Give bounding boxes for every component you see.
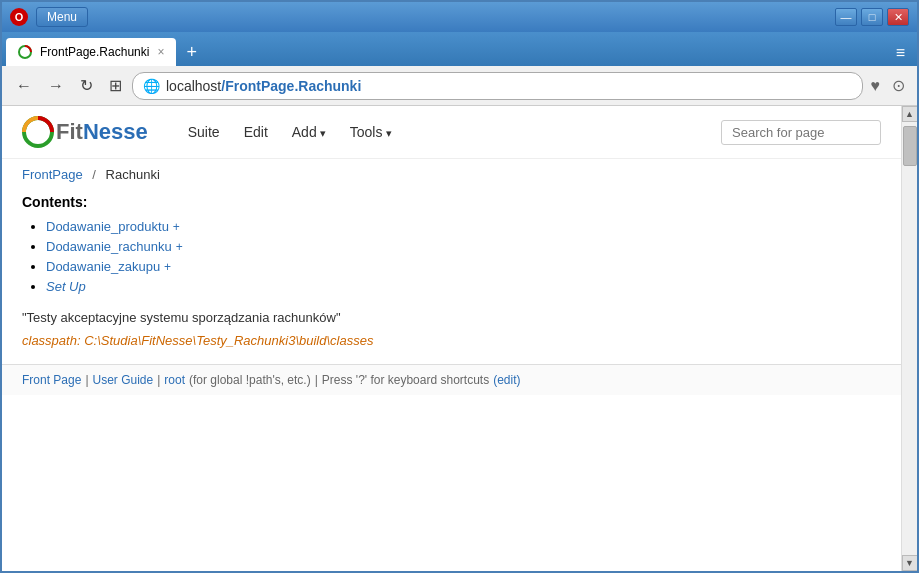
maximize-button[interactable]: □ bbox=[861, 8, 883, 26]
list-item: Dodawanie_produktu + bbox=[46, 218, 881, 234]
reload-button[interactable]: ↻ bbox=[74, 72, 99, 99]
search-input[interactable] bbox=[721, 120, 881, 145]
title-bar: O Menu — □ ✕ bbox=[2, 2, 917, 32]
breadcrumb-current: Rachunki bbox=[106, 167, 160, 182]
fitnesse-logo-icon bbox=[22, 116, 54, 148]
window-controls: — □ ✕ bbox=[835, 8, 909, 26]
tab-title: FrontPage.Rachunki bbox=[40, 45, 149, 59]
page-content: FitNesse Suite Edit Add Tools FrontPage … bbox=[2, 106, 917, 571]
footer-userguide[interactable]: User Guide bbox=[93, 373, 154, 387]
tools-menu-item[interactable]: Tools bbox=[340, 120, 402, 144]
classpath-label: classpath: bbox=[22, 333, 81, 348]
footer-edit-link[interactable]: (edit) bbox=[493, 373, 520, 387]
nav-bar: ← → ↻ ⊞ 🌐 localhost/FrontPage.Rachunki ♥… bbox=[2, 66, 917, 106]
minimize-button[interactable]: — bbox=[835, 8, 857, 26]
tab-close-icon[interactable]: × bbox=[157, 45, 164, 59]
footer-root-desc: (for global !path's, etc.) bbox=[189, 373, 311, 387]
tab-menu-icon[interactable]: ≡ bbox=[888, 40, 913, 66]
contents-heading: Contents: bbox=[22, 194, 881, 210]
breadcrumb-separator: / bbox=[92, 167, 96, 182]
logo-text: FitNesse bbox=[56, 119, 148, 145]
back-button[interactable]: ← bbox=[10, 73, 38, 99]
bookmark-button[interactable]: ♥ bbox=[867, 73, 885, 99]
close-button[interactable]: ✕ bbox=[887, 8, 909, 26]
contents-link-0[interactable]: Dodawanie_produktu bbox=[46, 219, 169, 234]
contents-link-3[interactable]: Set Up bbox=[46, 279, 86, 294]
fitnesse-logo: FitNesse bbox=[22, 116, 148, 148]
suite-menu-item[interactable]: Suite bbox=[178, 120, 230, 144]
breadcrumb-frontpage[interactable]: FrontPage bbox=[22, 167, 83, 182]
new-tab-button[interactable]: + bbox=[178, 38, 205, 66]
list-item: Set Up bbox=[46, 278, 881, 294]
contents-link-1[interactable]: Dodawanie_rachunku bbox=[46, 239, 172, 254]
contents-list: Dodawanie_produktu + Dodawanie_rachunku … bbox=[22, 218, 881, 294]
classpath-text: classpath: C:\Studia\FitNesse\Testy_Rach… bbox=[22, 333, 881, 348]
globe-icon: 🌐 bbox=[143, 78, 160, 94]
page-main: FitNesse Suite Edit Add Tools FrontPage … bbox=[2, 106, 901, 571]
opera-logo: O bbox=[10, 8, 28, 26]
add-menu-item[interactable]: Add bbox=[282, 120, 336, 144]
edit-menu-item[interactable]: Edit bbox=[234, 120, 278, 144]
content-body: Contents: Dodawanie_produktu + Dodawanie… bbox=[2, 186, 901, 364]
fitnesse-nav-menu: Suite Edit Add Tools bbox=[178, 120, 402, 144]
list-item: Dodawanie_zakupu + bbox=[46, 258, 881, 274]
footer-sep-2: | bbox=[157, 373, 160, 387]
footer-shortcuts-text: Press '?' for keyboard shortcuts bbox=[322, 373, 489, 387]
page-footer: Front Page | User Guide | root (for glob… bbox=[2, 364, 901, 395]
breadcrumb: FrontPage / Rachunki bbox=[2, 159, 901, 186]
contents-add-1[interactable]: + bbox=[176, 240, 183, 254]
logo-nesse: Nesse bbox=[83, 119, 148, 144]
contents-link-2[interactable]: Dodawanie_zakupu bbox=[46, 259, 160, 274]
logo-fit: Fit bbox=[56, 119, 83, 144]
contents-add-2[interactable]: + bbox=[164, 260, 171, 274]
download-button[interactable]: ⊙ bbox=[888, 72, 909, 99]
fitnesse-header: FitNesse Suite Edit Add Tools bbox=[2, 106, 901, 159]
footer-sep-3: | bbox=[315, 373, 318, 387]
scroll-track[interactable] bbox=[902, 122, 918, 555]
tab-favicon bbox=[18, 45, 32, 59]
footer-root[interactable]: root bbox=[164, 373, 185, 387]
forward-button[interactable]: → bbox=[42, 73, 70, 99]
scroll-down-button[interactable]: ▼ bbox=[902, 555, 918, 571]
tab-bar: FrontPage.Rachunki × + ≡ bbox=[2, 32, 917, 66]
menu-button[interactable]: Menu bbox=[36, 7, 88, 27]
footer-frontpage[interactable]: Front Page bbox=[22, 373, 81, 387]
active-tab[interactable]: FrontPage.Rachunki × bbox=[6, 38, 176, 66]
footer-sep-1: | bbox=[85, 373, 88, 387]
address-bar[interactable]: 🌐 localhost/FrontPage.Rachunki bbox=[132, 72, 863, 100]
address-base: localhost bbox=[166, 78, 221, 94]
scrollbar[interactable]: ▲ ▼ bbox=[901, 106, 917, 571]
classpath-value: C:\Studia\FitNesse\Testy_Rachunki3\build… bbox=[84, 333, 373, 348]
address-url: localhost/FrontPage.Rachunki bbox=[166, 78, 361, 94]
browser-window: O Menu — □ ✕ FrontPage.Rachunki × + ≡ ← … bbox=[0, 0, 919, 573]
grid-button[interactable]: ⊞ bbox=[103, 72, 128, 99]
scroll-up-button[interactable]: ▲ bbox=[902, 106, 918, 122]
scroll-thumb[interactable] bbox=[903, 126, 917, 166]
address-path: /FrontPage.Rachunki bbox=[221, 78, 361, 94]
description-text: "Testy akceptacyjne systemu sporządzania… bbox=[22, 310, 881, 325]
contents-add-0[interactable]: + bbox=[173, 220, 180, 234]
list-item: Dodawanie_rachunku + bbox=[46, 238, 881, 254]
